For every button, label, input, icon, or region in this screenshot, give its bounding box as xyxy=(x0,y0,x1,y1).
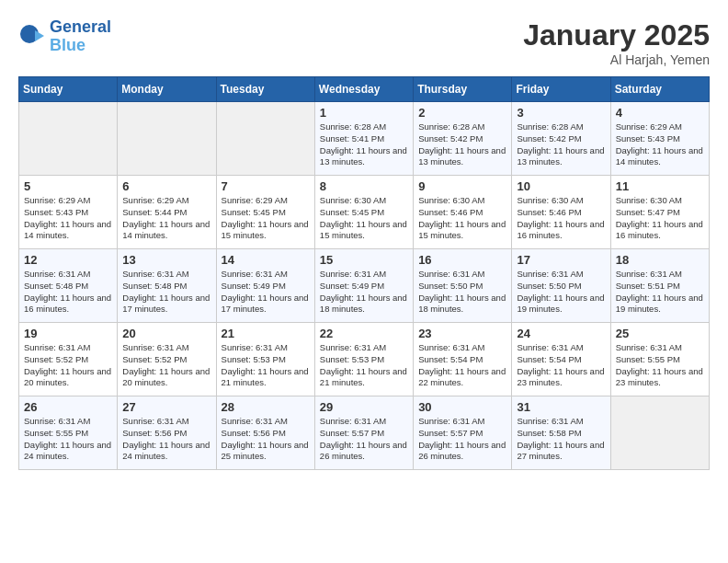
calendar-cell: 11Sunrise: 6:30 AM Sunset: 5:47 PM Dayli… xyxy=(610,176,709,249)
day-number: 11 xyxy=(616,179,704,193)
day-number: 15 xyxy=(320,253,408,267)
column-header-wednesday: Wednesday xyxy=(314,77,413,102)
title-block: January 2025 Al Harjah, Yemen xyxy=(523,18,710,67)
cell-content: Sunrise: 6:31 AM Sunset: 5:54 PM Dayligh… xyxy=(418,342,506,389)
day-number: 16 xyxy=(418,253,506,267)
cell-content: Sunrise: 6:31 AM Sunset: 5:49 PM Dayligh… xyxy=(222,269,310,316)
cell-content: Sunrise: 6:31 AM Sunset: 5:54 PM Dayligh… xyxy=(517,342,605,389)
calendar-cell xyxy=(610,396,709,470)
column-header-tuesday: Tuesday xyxy=(216,77,314,102)
calendar-cell: 17Sunrise: 6:31 AM Sunset: 5:50 PM Dayli… xyxy=(512,249,610,323)
cell-content: Sunrise: 6:28 AM Sunset: 5:42 PM Dayligh… xyxy=(517,121,605,168)
day-number: 29 xyxy=(320,400,408,414)
cell-content: Sunrise: 6:31 AM Sunset: 5:50 PM Dayligh… xyxy=(517,269,605,316)
column-header-friday: Friday xyxy=(512,77,610,102)
cell-content: Sunrise: 6:29 AM Sunset: 5:45 PM Dayligh… xyxy=(222,195,310,242)
calendar-cell: 25Sunrise: 6:31 AM Sunset: 5:55 PM Dayli… xyxy=(610,323,709,396)
cell-content: Sunrise: 6:31 AM Sunset: 5:50 PM Dayligh… xyxy=(418,269,506,316)
month-title: January 2025 xyxy=(523,18,710,52)
location: Al Harjah, Yemen xyxy=(523,52,710,67)
day-number: 24 xyxy=(517,327,605,340)
day-number: 12 xyxy=(24,253,112,267)
day-number: 27 xyxy=(122,400,210,414)
day-number: 9 xyxy=(418,179,506,193)
day-number: 13 xyxy=(122,253,210,267)
calendar-cell: 19Sunrise: 6:31 AM Sunset: 5:52 PM Dayli… xyxy=(19,323,118,396)
cell-content: Sunrise: 6:31 AM Sunset: 5:56 PM Dayligh… xyxy=(222,416,310,463)
page-header: General Blue January 2025 Al Harjah, Yem… xyxy=(18,18,710,67)
cell-content: Sunrise: 6:31 AM Sunset: 5:55 PM Dayligh… xyxy=(616,342,704,389)
calendar-cell: 2Sunrise: 6:28 AM Sunset: 5:42 PM Daylig… xyxy=(414,102,512,176)
logo: General Blue xyxy=(18,18,111,55)
day-number: 17 xyxy=(517,253,605,267)
calendar-header-row: SundayMondayTuesdayWednesdayThursdayFrid… xyxy=(19,77,710,102)
day-number: 5 xyxy=(24,179,112,193)
cell-content: Sunrise: 6:28 AM Sunset: 5:42 PM Dayligh… xyxy=(418,121,506,168)
day-number: 3 xyxy=(517,106,605,120)
cell-content: Sunrise: 6:31 AM Sunset: 5:58 PM Dayligh… xyxy=(517,416,605,463)
calendar-cell: 21Sunrise: 6:31 AM Sunset: 5:53 PM Dayli… xyxy=(216,323,314,396)
calendar-cell xyxy=(19,102,118,176)
cell-content: Sunrise: 6:30 AM Sunset: 5:45 PM Dayligh… xyxy=(320,195,408,242)
svg-marker-1 xyxy=(35,30,44,41)
calendar-cell: 28Sunrise: 6:31 AM Sunset: 5:56 PM Dayli… xyxy=(216,396,314,470)
calendar-cell: 24Sunrise: 6:31 AM Sunset: 5:54 PM Dayli… xyxy=(512,323,610,396)
calendar-cell: 5Sunrise: 6:29 AM Sunset: 5:43 PM Daylig… xyxy=(19,176,118,249)
calendar-cell: 27Sunrise: 6:31 AM Sunset: 5:56 PM Dayli… xyxy=(118,396,216,470)
calendar-cell: 14Sunrise: 6:31 AM Sunset: 5:49 PM Dayli… xyxy=(216,249,314,323)
day-number: 21 xyxy=(222,327,310,340)
calendar-cell: 18Sunrise: 6:31 AM Sunset: 5:51 PM Dayli… xyxy=(610,249,709,323)
calendar-cell: 4Sunrise: 6:29 AM Sunset: 5:43 PM Daylig… xyxy=(610,102,709,176)
cell-content: Sunrise: 6:30 AM Sunset: 5:46 PM Dayligh… xyxy=(418,195,506,242)
cell-content: Sunrise: 6:31 AM Sunset: 5:53 PM Dayligh… xyxy=(320,342,408,389)
cell-content: Sunrise: 6:31 AM Sunset: 5:55 PM Dayligh… xyxy=(24,416,112,463)
calendar-cell: 8Sunrise: 6:30 AM Sunset: 5:45 PM Daylig… xyxy=(314,176,413,249)
calendar-cell: 15Sunrise: 6:31 AM Sunset: 5:49 PM Dayli… xyxy=(314,249,413,323)
cell-content: Sunrise: 6:30 AM Sunset: 5:46 PM Dayligh… xyxy=(517,195,605,242)
calendar-cell: 1Sunrise: 6:28 AM Sunset: 5:41 PM Daylig… xyxy=(314,102,413,176)
calendar-week-row: 1Sunrise: 6:28 AM Sunset: 5:41 PM Daylig… xyxy=(19,102,710,176)
day-number: 25 xyxy=(616,327,704,340)
cell-content: Sunrise: 6:31 AM Sunset: 5:53 PM Dayligh… xyxy=(222,342,310,389)
day-number: 10 xyxy=(517,179,605,193)
cell-content: Sunrise: 6:31 AM Sunset: 5:57 PM Dayligh… xyxy=(418,416,506,463)
cell-content: Sunrise: 6:31 AM Sunset: 5:56 PM Dayligh… xyxy=(122,416,210,463)
calendar-cell: 20Sunrise: 6:31 AM Sunset: 5:52 PM Dayli… xyxy=(118,323,216,396)
day-number: 22 xyxy=(320,327,408,340)
day-number: 30 xyxy=(418,400,506,414)
column-header-sunday: Sunday xyxy=(19,77,118,102)
logo-icon xyxy=(18,23,46,51)
day-number: 31 xyxy=(517,400,605,414)
cell-content: Sunrise: 6:30 AM Sunset: 5:47 PM Dayligh… xyxy=(616,195,704,242)
day-number: 14 xyxy=(222,253,310,267)
column-header-thursday: Thursday xyxy=(414,77,512,102)
day-number: 1 xyxy=(320,106,408,120)
day-number: 28 xyxy=(222,400,310,414)
calendar-cell: 3Sunrise: 6:28 AM Sunset: 5:42 PM Daylig… xyxy=(512,102,610,176)
column-header-saturday: Saturday xyxy=(610,77,709,102)
calendar-week-row: 26Sunrise: 6:31 AM Sunset: 5:55 PM Dayli… xyxy=(19,396,710,470)
day-number: 8 xyxy=(320,179,408,193)
calendar-table: SundayMondayTuesdayWednesdayThursdayFrid… xyxy=(18,76,710,470)
calendar-cell: 10Sunrise: 6:30 AM Sunset: 5:46 PM Dayli… xyxy=(512,176,610,249)
calendar-cell: 13Sunrise: 6:31 AM Sunset: 5:48 PM Dayli… xyxy=(118,249,216,323)
day-number: 18 xyxy=(616,253,704,267)
calendar-cell: 31Sunrise: 6:31 AM Sunset: 5:58 PM Dayli… xyxy=(512,396,610,470)
day-number: 20 xyxy=(122,327,210,340)
calendar-body: 1Sunrise: 6:28 AM Sunset: 5:41 PM Daylig… xyxy=(19,102,710,470)
calendar-week-row: 5Sunrise: 6:29 AM Sunset: 5:43 PM Daylig… xyxy=(19,176,710,249)
cell-content: Sunrise: 6:31 AM Sunset: 5:57 PM Dayligh… xyxy=(320,416,408,463)
cell-content: Sunrise: 6:31 AM Sunset: 5:51 PM Dayligh… xyxy=(616,269,704,316)
day-number: 2 xyxy=(418,106,506,120)
calendar-week-row: 19Sunrise: 6:31 AM Sunset: 5:52 PM Dayli… xyxy=(19,323,710,396)
cell-content: Sunrise: 6:31 AM Sunset: 5:49 PM Dayligh… xyxy=(320,269,408,316)
calendar-cell: 6Sunrise: 6:29 AM Sunset: 5:44 PM Daylig… xyxy=(118,176,216,249)
day-number: 19 xyxy=(24,327,112,340)
calendar-cell: 7Sunrise: 6:29 AM Sunset: 5:45 PM Daylig… xyxy=(216,176,314,249)
cell-content: Sunrise: 6:29 AM Sunset: 5:43 PM Dayligh… xyxy=(616,121,704,168)
calendar-cell xyxy=(216,102,314,176)
day-number: 6 xyxy=(122,179,210,193)
calendar-cell: 23Sunrise: 6:31 AM Sunset: 5:54 PM Dayli… xyxy=(414,323,512,396)
calendar-cell: 29Sunrise: 6:31 AM Sunset: 5:57 PM Dayli… xyxy=(314,396,413,470)
cell-content: Sunrise: 6:31 AM Sunset: 5:52 PM Dayligh… xyxy=(122,342,210,389)
